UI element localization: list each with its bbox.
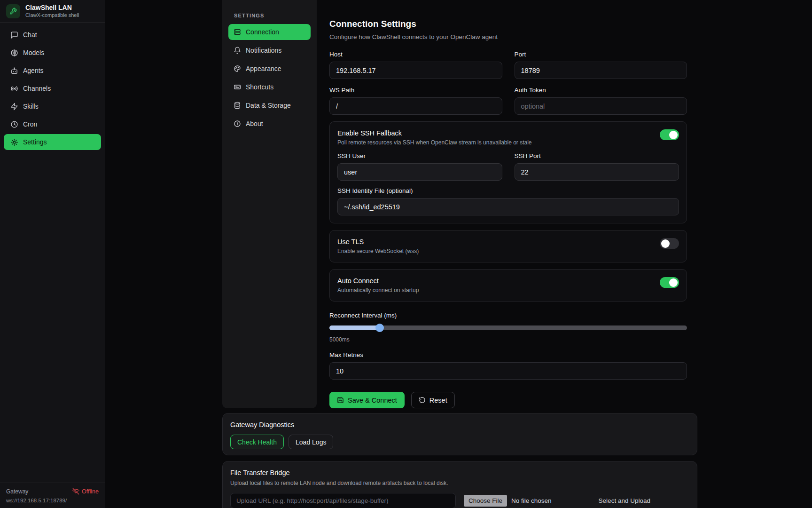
settings-tab-connection[interactable]: Connection	[228, 24, 311, 40]
ssh-user-input[interactable]	[337, 163, 502, 181]
sidebar-item-label: Channels	[23, 85, 51, 92]
use-tls-description: Enable secure WebSocket (wss)	[337, 248, 419, 254]
select-and-upload-button[interactable]: Select and Upload	[599, 497, 650, 504]
settings-tab-notifications[interactable]: Notifications	[228, 42, 311, 58]
settings-nav-panel: SETTINGS Connection Notifications Appear…	[222, 0, 317, 408]
settings-tab-label: Connection	[246, 28, 279, 36]
sidebar-item-cron[interactable]: Cron	[4, 116, 101, 132]
file-transfer-bridge-title: File Transfer Bridge	[230, 469, 689, 476]
slider-fill	[329, 325, 380, 330]
reconnect-interval-group: Reconnect Interval (ms) 5000ms	[329, 312, 687, 343]
reset-label: Reset	[429, 397, 447, 404]
settings-nav-header: SETTINGS	[222, 0, 317, 24]
ssh-fallback-text: Enable SSH Fallback Poll remote resource…	[337, 129, 532, 146]
settings-tab-label: Data & Storage	[246, 102, 291, 109]
save-connect-label: Save & Connect	[348, 397, 397, 404]
broadcast-icon	[10, 85, 18, 93]
keyboard-icon	[234, 83, 241, 91]
auth-token-input[interactable]	[515, 97, 687, 115]
brain-icon	[10, 49, 18, 57]
gateway-diagnostics-card: Gateway Diagnostics Check Health Load Lo…	[222, 413, 697, 455]
port-field-group: Port	[515, 51, 687, 79]
gateway-status-text: Offline	[82, 488, 99, 495]
auto-connect-description: Automatically connect on startup	[337, 287, 419, 294]
use-tls-toggle[interactable]	[660, 238, 679, 249]
settings-tab-data-storage[interactable]: Data & Storage	[228, 97, 311, 113]
host-input[interactable]	[329, 62, 502, 79]
zap-icon	[10, 103, 18, 111]
page-title: Connection Settings	[329, 19, 687, 29]
gateway-label: Gateway	[6, 488, 28, 495]
ws-path-input[interactable]	[329, 97, 502, 115]
ssh-fallback-card: Enable SSH Fallback Poll remote resource…	[329, 121, 687, 223]
max-retries-input[interactable]	[329, 362, 687, 380]
ssh-user-field-group: SSH User	[337, 152, 502, 181]
ssh-fallback-description: Poll remote resources via SSH when OpenC…	[337, 139, 532, 146]
auto-connect-title: Auto Connect	[337, 277, 419, 285]
ssh-identity-input[interactable]	[337, 198, 679, 215]
auto-connect-card: Auto Connect Automatically connect on st…	[329, 269, 687, 302]
sidebar-item-label: Models	[23, 49, 44, 56]
sidebar-item-label: Skills	[23, 103, 39, 110]
app-header: ClawShell LAN ClawX-compatible shell	[0, 0, 105, 23]
reconnect-interval-slider[interactable]	[329, 324, 687, 332]
palette-icon	[234, 65, 241, 72]
settings-tab-label: Appearance	[246, 65, 281, 72]
file-transfer-bridge-card: File Transfer Bridge Upload local files …	[222, 461, 697, 508]
ws-path-label: WS Path	[329, 87, 502, 94]
gateway-diagnostics-title: Gateway Diagnostics	[230, 421, 689, 429]
app-name: ClawShell LAN	[25, 4, 79, 12]
settings-tab-about[interactable]: About	[228, 116, 311, 132]
database-icon	[234, 102, 241, 109]
no-file-chosen-text: No file chosen	[511, 497, 552, 504]
upload-url-input[interactable]	[230, 493, 456, 508]
save-connect-button[interactable]: Save & Connect	[329, 392, 405, 408]
wrench-icon	[9, 8, 17, 15]
settings-tab-appearance[interactable]: Appearance	[228, 61, 311, 77]
sidebar-item-label: Chat	[23, 31, 37, 39]
choose-file-button[interactable]: Choose File	[464, 495, 507, 507]
sidebar-item-chat[interactable]: Chat	[4, 27, 101, 43]
robot-icon	[10, 67, 18, 75]
sidebar-item-channels[interactable]: Channels	[4, 80, 101, 96]
sidebar-item-skills[interactable]: Skills	[4, 98, 101, 114]
settings-tab-shortcuts[interactable]: Shortcuts	[228, 79, 311, 95]
sidebar-item-settings[interactable]: Settings	[4, 134, 101, 150]
gateway-status-footer: Gateway Offline ws://192.168.5.17:18789/	[0, 483, 105, 508]
sidebar-item-models[interactable]: Models	[4, 45, 101, 61]
auth-token-label: Auth Token	[515, 87, 687, 94]
connection-settings-page: Connection Settings Configure how ClawSh…	[329, 19, 687, 408]
app-title-block: ClawShell LAN ClawX-compatible shell	[25, 4, 79, 18]
sidebar-menu: Chat Models Agents Channels Skills	[0, 23, 105, 150]
wifi-off-icon	[72, 488, 79, 495]
use-tls-text: Use TLS Enable secure WebSocket (wss)	[337, 238, 419, 254]
ssh-port-input[interactable]	[515, 163, 679, 181]
reset-icon	[419, 397, 426, 404]
auto-connect-toggle[interactable]	[660, 277, 679, 288]
settings-tab-label: Notifications	[246, 47, 281, 54]
gear-icon	[10, 138, 18, 146]
ssh-identity-field-group: SSH Identity File (optional)	[337, 187, 679, 215]
auto-connect-text: Auto Connect Automatically connect on st…	[337, 277, 419, 294]
gateway-status-badge: Offline	[72, 488, 99, 495]
slider-thumb[interactable]	[375, 324, 384, 332]
load-logs-button[interactable]: Load Logs	[289, 435, 333, 449]
page-subtitle: Configure how ClawShell connects to your…	[329, 33, 687, 40]
app-tagline: ClawX-compatible shell	[25, 12, 79, 18]
port-input[interactable]	[515, 62, 687, 79]
check-health-button[interactable]: Check Health	[230, 435, 284, 449]
max-retries-label: Max Retries	[329, 351, 687, 358]
sidebar-item-label: Agents	[23, 67, 44, 74]
reset-button[interactable]: Reset	[411, 392, 455, 408]
clock-icon	[10, 120, 18, 128]
bell-icon	[234, 47, 241, 54]
chat-icon	[10, 31, 18, 39]
sidebar-item-label: Cron	[23, 120, 37, 128]
host-label: Host	[329, 51, 502, 58]
reconnect-interval-value: 5000ms	[329, 336, 687, 343]
use-tls-title: Use TLS	[337, 238, 419, 246]
port-label: Port	[515, 51, 687, 58]
sidebar-item-agents[interactable]: Agents	[4, 63, 101, 79]
ssh-port-label: SSH Port	[515, 152, 679, 159]
ssh-fallback-toggle[interactable]	[660, 129, 679, 140]
